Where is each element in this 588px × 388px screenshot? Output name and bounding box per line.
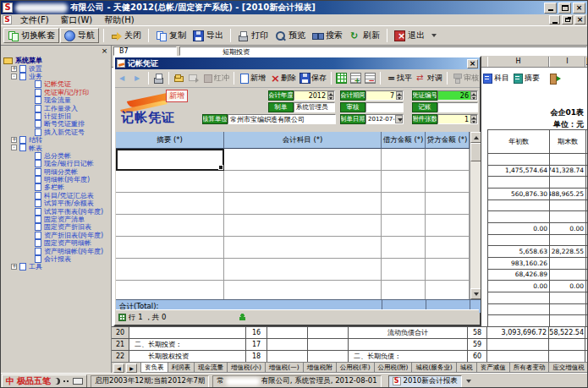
dialog-titlebar[interactable]: 记帐凭证 ×	[115, 57, 480, 69]
sidebar-close-icon[interactable]: ×	[101, 47, 108, 55]
toolbar-button[interactable]: 打印	[234, 29, 272, 42]
report-cell[interactable]	[550, 304, 586, 316]
scroll-up-icon[interactable]	[470, 132, 481, 143]
tree-expander-icon[interactable]: -	[11, 74, 17, 79]
sheet-tab[interactable]: 公用税(率)	[336, 363, 375, 373]
voucher-toolbar-button[interactable]: 找平	[383, 72, 414, 85]
voucher-column-header[interactable]: 会计科目 (*)	[224, 132, 382, 149]
spinner[interactable]	[470, 115, 477, 123]
voucher-toolbar-button[interactable]: 红冲	[201, 72, 231, 85]
voucher-toolbar-button[interactable]: 审核	[450, 72, 481, 85]
voucher-toolbar-button[interactable]: 删除	[267, 72, 298, 85]
credit-cell[interactable]	[426, 149, 470, 171]
report-cell[interactable]: 1,475,574.64	[488, 166, 550, 178]
summary-cell[interactable]	[116, 171, 224, 193]
account-cell[interactable]	[224, 259, 382, 281]
report-cell[interactable]	[488, 315, 550, 327]
sidebar-item[interactable]: 插入新凭证号	[3, 128, 111, 136]
toolbar-button[interactable]: 关闭	[107, 29, 145, 42]
report-cell[interactable]: 60	[468, 351, 487, 362]
report-cell[interactable]: 二、长期负债：	[349, 351, 468, 362]
report-cell[interactable]: 5,658.63	[488, 246, 550, 258]
report-cell[interactable]	[549, 339, 585, 351]
tab-scroll-right-icon[interactable]: ▶	[126, 363, 137, 373]
report-cell[interactable]: 长期股权投资	[129, 351, 246, 362]
report-cell[interactable]: 0.00	[550, 281, 586, 292]
summary-cell[interactable]	[116, 281, 224, 299]
summary-cell[interactable]	[116, 149, 224, 171]
account-cell[interactable]	[224, 237, 382, 259]
account-cell[interactable]	[224, 171, 382, 193]
sheet-tab[interactable]: 公用税(附)	[374, 363, 413, 373]
report-cell[interactable]: 28,228.55	[550, 246, 586, 258]
debit-cell[interactable]	[382, 259, 426, 281]
tree-expander-icon[interactable]: +	[11, 137, 17, 143]
report-cell[interactable]: 3,093,696.72	[487, 327, 549, 339]
ime-keyboard-icon[interactable]	[73, 378, 83, 385]
voucher-column-header[interactable]: 借方金额 (*)	[382, 132, 426, 149]
report-cell[interactable]	[550, 200, 586, 212]
child-close-button[interactable]: ×	[574, 15, 585, 25]
voucher-toolbar-button[interactable]	[172, 72, 186, 85]
toolbar-button[interactable]: 退出	[391, 29, 428, 42]
spinner[interactable]	[327, 91, 334, 100]
sheet-tab[interactable]: 城税	[456, 363, 477, 373]
report-cell[interactable]	[550, 315, 586, 327]
column-header-cell[interactable]: I	[549, 57, 585, 67]
debit-cell[interactable]	[382, 171, 426, 193]
toolbar-button[interactable]: 导航	[60, 28, 99, 43]
row-number[interactable]: 22	[112, 351, 129, 362]
report-cell[interactable]	[267, 327, 308, 339]
formula-input[interactable]: 短期投资	[179, 46, 587, 56]
toolbar-button[interactable]: 刷新	[346, 29, 383, 42]
scroll-down-icon[interactable]	[470, 288, 481, 299]
voucher-toolbar-button[interactable]	[186, 72, 201, 85]
account-cell[interactable]	[224, 149, 382, 171]
ime-fullhalf-icon[interactable]	[53, 378, 60, 385]
report-cell[interactable]: 18	[246, 351, 267, 362]
account-cell[interactable]	[224, 193, 382, 215]
attachment-count-field[interactable]: 1	[437, 114, 478, 124]
dialog-close-icon[interactable]: ×	[467, 59, 478, 68]
report-cell[interactable]	[550, 292, 586, 304]
voucher-toolbar-button[interactable]	[334, 72, 349, 85]
debit-cell[interactable]	[382, 281, 426, 299]
toolbar-button[interactable]: 复制	[152, 29, 190, 42]
summary-cell[interactable]	[116, 193, 224, 215]
report-cell[interactable]	[488, 154, 550, 166]
voucher-column-header[interactable]: 摘要 (*)	[116, 132, 224, 149]
credit-cell[interactable]	[426, 237, 470, 259]
report-cell[interactable]	[488, 304, 550, 316]
debit-cell[interactable]	[382, 237, 426, 259]
voucher-toolbar-button[interactable]	[363, 72, 377, 85]
voucher-column-header[interactable]: 贷方金额 (*)	[426, 132, 470, 149]
toolbar-button[interactable]: 搜索	[309, 29, 346, 42]
maker-field[interactable]: 系统管理员	[294, 102, 335, 112]
credit-cell[interactable]	[426, 193, 470, 215]
dropdown-arrow-icon[interactable]	[395, 115, 403, 123]
debit-cell[interactable]	[382, 193, 426, 215]
sheet-tab[interactable]: 所有者变动	[509, 363, 550, 373]
sheet-tab[interactable]: 资负表	[140, 363, 168, 373]
report-cell[interactable]: 2,488,965.25	[550, 189, 586, 200]
credit-cell[interactable]	[426, 215, 470, 237]
ime-punctuation-icon[interactable]	[63, 378, 70, 385]
report-cell[interactable]: 16	[246, 327, 267, 339]
child-window-icon[interactable]	[3, 15, 12, 25]
sheet-tab[interactable]: 应交增值税	[548, 363, 588, 373]
sidebar-item[interactable]: + 工具	[3, 263, 111, 271]
taskbar-report-button[interactable]: 2010新会计报表	[388, 375, 462, 388]
report-cell[interactable]: 0.00	[488, 223, 550, 235]
report-cell[interactable]	[549, 351, 585, 362]
summary-cell[interactable]	[116, 237, 224, 259]
report-cell[interactable]	[129, 327, 246, 339]
close-button[interactable]: ×	[573, 3, 585, 14]
report-cell[interactable]: 0.00	[488, 281, 550, 292]
sheet-tab[interactable]: 增值税(一)	[265, 363, 304, 373]
report-cell[interactable]: 0.00	[550, 223, 586, 235]
menu-item[interactable]: 窗口(W)	[55, 14, 99, 26]
report-cell[interactable]	[308, 327, 349, 339]
credit-cell[interactable]	[426, 281, 470, 299]
report-cell[interactable]	[308, 351, 349, 362]
report-cell[interactable]	[267, 339, 308, 351]
